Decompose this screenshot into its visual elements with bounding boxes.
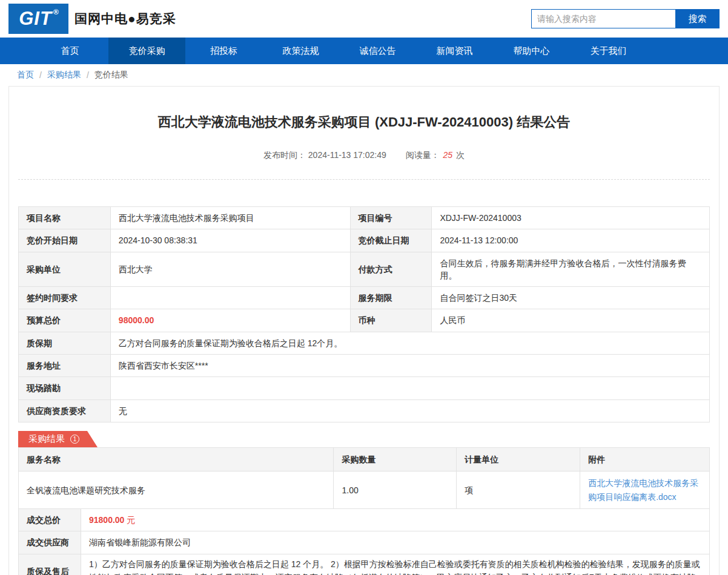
breadcrumb-home[interactable]: 首页	[17, 70, 34, 80]
search-input[interactable]	[531, 9, 675, 28]
table-row: 供应商资质要求 无	[19, 399, 710, 422]
info-value: 人民币	[432, 309, 710, 332]
deal-total-unit: 元	[127, 515, 135, 525]
column-header-service-name: 服务名称	[19, 447, 334, 471]
info-value	[110, 287, 350, 309]
info-value: 西北大学液流电池技术服务采购项目	[110, 207, 350, 229]
nav-item-help[interactable]: 帮助中心	[493, 38, 570, 64]
table-row: 项目名称 西北大学液流电池技术服务采购项目 项目编号 XDJJ-FW-20241…	[19, 207, 710, 229]
info-value: 自合同签订之日30天	[432, 287, 710, 309]
table-row: 现场踏勘	[19, 377, 710, 399]
info-label: 项目名称	[19, 207, 111, 229]
info-value: XDJJ-FW-202410003	[432, 207, 710, 229]
budget-total-value: 98000.00	[110, 309, 350, 332]
nav-item-news[interactable]: 新闻资讯	[416, 38, 493, 64]
search-bar: 搜索	[531, 9, 720, 28]
purchase-result-badge: 采购结果 1	[18, 431, 98, 447]
info-label: 质保期	[19, 332, 111, 354]
info-value: 2024-11-13 12:00:00	[432, 229, 710, 252]
info-label: 服务期限	[350, 287, 432, 309]
table-row: 成交总价 91800.00 元	[19, 509, 710, 531]
table-row: 全钒液流电池课题研究技术服务 1.00 项 西北大学液流电池技术服务采购项目响应…	[19, 472, 710, 509]
info-label: 竞价截止日期	[350, 229, 432, 252]
info-value: 西北大学	[110, 252, 350, 287]
info-label: 预算总价	[19, 309, 111, 332]
breadcrumb-current: 竞价结果	[94, 70, 128, 80]
deal-total-value: 91800.00	[89, 515, 124, 525]
deal-total-label: 成交总价	[19, 509, 81, 531]
info-label: 付款方式	[350, 252, 432, 287]
unit-cell: 项	[457, 472, 580, 509]
attachment-cell: 西北大学液流电池技术服务采购项目响应偏离表.docx	[580, 472, 710, 509]
table-row: 采购单位 西北大学 付款方式 合同生效后，待服务期满并经甲方验收合格后，一次性付…	[19, 252, 710, 287]
purchase-result-badge-label: 采购结果	[28, 433, 65, 445]
info-value: 2024-10-30 08:38:31	[110, 229, 350, 252]
publish-time-label: 发布时间：	[263, 150, 306, 160]
announcement-card: 西北大学液流电池技术服务采购项目 (XDJJ-FW-202410003) 结果公…	[8, 86, 720, 575]
service-name-cell: 全钒液流电池课题研究技术服务	[19, 472, 334, 509]
project-info-table: 项目名称 西北大学液流电池技术服务采购项目 项目编号 XDJJ-FW-20241…	[18, 206, 710, 422]
table-row: 预算总价 98000.00 币种 人民币	[19, 309, 710, 332]
info-value	[110, 377, 709, 399]
table-row: 质保期 乙方对合同服务的质量保证期为验收合格后之日起 12个月。	[19, 332, 710, 354]
nav-item-policy[interactable]: 政策法规	[262, 38, 339, 64]
dashed-divider	[18, 179, 710, 180]
info-label: 现场踏勘	[19, 377, 111, 399]
views-unit: 次	[456, 150, 465, 160]
publish-time-value: 2024-11-13 17:02:49	[308, 150, 386, 160]
table-row: 成交供应商 湖南省银峰新能源有限公司	[19, 531, 710, 554]
column-header-unit: 计量单位	[457, 447, 580, 471]
supplier-value: 湖南省银峰新能源有限公司	[81, 531, 710, 554]
info-value: 无	[110, 399, 709, 422]
nav-item-home[interactable]: 首页	[31, 38, 108, 64]
table-row: 质保及售后服务 1）乙方对合同服务的质量保证期为验收合格后之日起 12 个月。 …	[19, 554, 710, 575]
quantity-cell: 1.00	[334, 472, 457, 509]
purchase-result-table: 服务名称 采购数量 计量单位 附件 全钒液流电池课题研究技术服务 1.00 项 …	[18, 447, 710, 509]
top-bar: GIT® 国网中电●易竞采 搜索	[0, 0, 728, 38]
announcement-meta: 发布时间： 2024-11-13 17:02:49 阅读量： 25 次	[18, 150, 710, 161]
warranty-label: 质保及售后服务	[19, 554, 81, 575]
logo-text: GIT	[19, 8, 52, 30]
badge-number-icon: 1	[70, 435, 79, 444]
breadcrumb: 首页 / 采购结果 / 竞价结果	[0, 64, 728, 86]
warranty-value: 1）乙方对合同服务的质量保证期为验收合格后之日起 12 个月。 2）根据甲方按检…	[81, 554, 710, 575]
site-logo[interactable]: GIT®	[8, 4, 68, 34]
views-count: 25	[443, 150, 453, 160]
nav-item-bidding-purchase[interactable]: 竞价采购	[108, 38, 185, 64]
table-row: 服务地址 陕西省西安市长安区****	[19, 355, 710, 377]
info-value: 乙方对合同服务的质量保证期为验收合格后之日起 12个月。	[110, 332, 709, 354]
attachment-link[interactable]: 西北大学液流电池技术服务采购项目响应偏离表.docx	[588, 476, 701, 504]
table-row: 签约时间要求 服务期限 自合同签订之日30天	[19, 287, 710, 309]
info-label: 项目编号	[350, 207, 432, 229]
search-button[interactable]: 搜索	[675, 9, 720, 28]
main-nav: 首页 竞价采购 招投标 政策法规 诚信公告 新闻资讯 帮助中心 关于我们	[0, 38, 728, 64]
info-label: 供应商资质要求	[19, 399, 111, 422]
info-value: 合同生效后，待服务期满并经甲方验收合格后，一次性付清服务费用。	[432, 252, 710, 287]
breadcrumb-purchase-results[interactable]: 采购结果	[47, 70, 81, 80]
page-title: 西北大学液流电池技术服务采购项目 (XDJJ-FW-202410003) 结果公…	[18, 113, 710, 131]
info-label: 服务地址	[19, 355, 111, 377]
nav-item-about[interactable]: 关于我们	[570, 38, 647, 64]
column-header-quantity: 采购数量	[334, 447, 457, 471]
info-label: 签约时间要求	[19, 287, 111, 309]
nav-item-tender[interactable]: 招投标	[185, 38, 262, 64]
info-label: 竞价开始日期	[19, 229, 111, 252]
deal-summary-table: 成交总价 91800.00 元 成交供应商 湖南省银峰新能源有限公司 质保及售后…	[18, 508, 710, 575]
nav-item-integrity[interactable]: 诚信公告	[339, 38, 416, 64]
supplier-label: 成交供应商	[19, 531, 81, 554]
site-title: 国网中电●易竞采	[74, 10, 176, 27]
table-header-row: 服务名称 采购数量 计量单位 附件	[19, 447, 710, 471]
breadcrumb-separator: /	[39, 70, 42, 80]
column-header-attachment: 附件	[580, 447, 710, 471]
views-label: 阅读量：	[406, 150, 440, 160]
info-label: 币种	[350, 309, 432, 332]
info-value: 陕西省西安市长安区****	[110, 355, 709, 377]
registered-mark-icon: ®	[53, 8, 59, 16]
info-label: 采购单位	[19, 252, 111, 287]
table-row: 竞价开始日期 2024-10-30 08:38:31 竞价截止日期 2024-1…	[19, 229, 710, 252]
breadcrumb-separator: /	[87, 70, 89, 80]
